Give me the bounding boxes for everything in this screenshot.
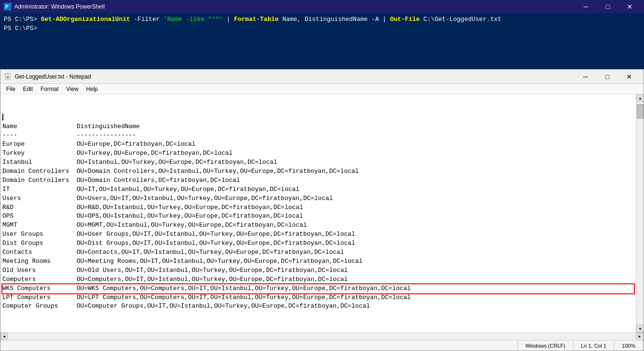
np-scroll-down-btn[interactable]: ▼ <box>636 325 644 332</box>
header-row: Name DistinguishedName <box>2 122 634 131</box>
ps-line-1: PS C:\PS> Get-ADOrganizationalUnit -Filt… <box>4 15 640 24</box>
table-row: Istanbul OU=Istanbul,OU=Turkey,OU=Europe… <box>2 158 634 167</box>
np-scroll-up-btn[interactable]: ▲ <box>636 94 644 102</box>
np-scrollbar-track <box>636 102 644 325</box>
table-row: Users OU=Users,OU=IT,OU=Istanbul,OU=Turk… <box>2 194 634 203</box>
np-app-icon <box>4 73 12 80</box>
np-titlebar-left: Get-LoggedUser.txt - Notepad <box>4 73 91 80</box>
ps-prompt-1: PS C:\PS> <box>4 16 41 23</box>
svg-text:P: P <box>5 4 9 10</box>
ps-outfile-path: C:\Get-LoggedUser.txt <box>420 16 502 23</box>
ps-titlebar: P Administrator: Windows PowerShell ─ □ … <box>0 0 644 13</box>
table-row: LPT Computers OU=LPT Computers,OU=Comput… <box>2 293 634 302</box>
ps-controls: ─ □ ✕ <box>575 0 640 13</box>
ps-titlebar-left: P Administrator: Windows PowerShell <box>4 3 105 10</box>
table-row: OPS OU=OPS,OU=Istanbul,OU=Turkey,OU=Euro… <box>2 212 634 221</box>
ps-prompt-2: PS C:\PS> <box>4 25 41 32</box>
table-row: Domain Controllers OU=Domain Controllers… <box>2 167 634 176</box>
menu-file[interactable]: File <box>2 85 19 93</box>
menu-help[interactable]: Help <box>82 85 102 93</box>
np-scrollbar-thumb[interactable] <box>637 104 644 119</box>
menu-format[interactable]: Format <box>37 85 62 93</box>
ps-cmd-outfile: Out-File <box>390 16 419 23</box>
ps-maximize-button[interactable]: □ <box>597 0 618 13</box>
table-row: Europe OU=Europe,DC=firatboyan,DC=local <box>2 140 634 149</box>
table-row: Computers OU=Computers,OU=IT,OU=Istanbul… <box>2 275 634 284</box>
table-row: User Groups OU=User Groups,OU=IT,OU=Ista… <box>2 230 634 239</box>
ps-content: PS C:\PS> Get-ADOrganizationalUnit -Filt… <box>0 13 644 70</box>
svg-rect-3 <box>5 73 10 75</box>
np-menubar: File Edit Format View Help <box>0 84 644 94</box>
np-status-line-ending: Windows (CRLF) <box>518 341 574 351</box>
np-text-area[interactable]: Name DistinguishedName---- -------------… <box>0 94 636 332</box>
ps-app-icon: P <box>4 3 11 10</box>
np-close-button[interactable]: ✕ <box>619 70 640 83</box>
powershell-window: P Administrator: Windows PowerShell ─ □ … <box>0 0 644 70</box>
np-minimize-button[interactable]: ─ <box>575 70 596 83</box>
np-status-zoom: 100% <box>614 341 644 351</box>
table-row: Turkey OU=Turkey,OU=Europe,DC=firatboyan… <box>2 149 634 158</box>
ps-filter-value: 'Name -like "*"' <box>163 16 223 23</box>
table-row: Domain Controllers OU=Domain Controllers… <box>2 176 634 185</box>
np-statusbar: Windows (CRLF) Ln 1, Col 1 100% <box>0 340 644 351</box>
np-status-empty <box>0 341 518 351</box>
table-row: WKS Computers OU=WKS Computers,OU=Comput… <box>2 284 634 293</box>
cursor-line <box>2 113 634 122</box>
np-status-position: Ln 1, Col 1 <box>574 341 614 351</box>
menu-edit[interactable]: Edit <box>19 85 37 93</box>
np-content-area: Name DistinguishedName---- -------------… <box>0 94 644 332</box>
menu-view[interactable]: View <box>62 85 82 93</box>
table-row: Computer Groups OU=Computer Groups,OU=IT… <box>2 302 634 311</box>
np-hscrollbar-track <box>8 333 636 341</box>
np-titlebar: Get-LoggedUser.txt - Notepad ─ □ ✕ <box>0 70 644 84</box>
table-row: Dist Groups OU=Dist Groups,OU=IT,OU=Ista… <box>2 239 634 248</box>
np-hscroll-right-btn[interactable]: ► <box>636 333 644 341</box>
np-hscrollbar[interactable]: ◄ ► <box>0 332 644 340</box>
separator-row: ---- ---------------- <box>2 131 634 140</box>
ps-filter-label: -Filter <box>130 16 163 23</box>
ps-pipe-1: | <box>223 16 234 23</box>
ps-pipe-2: | <box>383 16 390 23</box>
table-row: Meeting Rooms OU=Meeting Rooms,OU=IT,OU=… <box>2 257 634 266</box>
np-maximize-button[interactable]: □ <box>597 70 618 83</box>
ps-cmd-getad: Get-ADOrganizationalUnit <box>41 16 130 23</box>
ps-close-button[interactable]: ✕ <box>619 0 640 13</box>
table-row: MGMT OU=MGMT,OU=Istanbul,OU=Turkey,OU=Eu… <box>2 221 634 230</box>
table-row: IT OU=IT,OU=Istanbul,OU=Turkey,OU=Europe… <box>2 185 634 194</box>
ps-line-2: PS C:\PS> <box>4 24 640 33</box>
np-title: Get-LoggedUser.txt - Notepad <box>15 73 91 80</box>
ps-cmd-format: Format-Table <box>234 16 279 23</box>
ps-format-args: Name, DistinguishedName -A <box>278 16 382 23</box>
np-hscroll-left-btn[interactable]: ◄ <box>0 333 8 341</box>
np-scrollbar[interactable]: ▲ ▼ <box>636 94 644 332</box>
np-controls: ─ □ ✕ <box>575 70 640 83</box>
table-row: Old Users OU=Old Users,OU=IT,OU=Istanbul… <box>2 266 634 275</box>
ps-minimize-button[interactable]: ─ <box>575 0 596 13</box>
notepad-window: Get-LoggedUser.txt - Notepad ─ □ ✕ File … <box>0 69 644 351</box>
table-row: Contacts OU=Contacts,OU=IT,OU=Istanbul,O… <box>2 248 634 257</box>
ps-title: Administrator: Windows PowerShell <box>14 3 105 10</box>
table-row: R&D OU=R&D,OU=Istanbul,OU=Turkey,OU=Euro… <box>2 203 634 212</box>
